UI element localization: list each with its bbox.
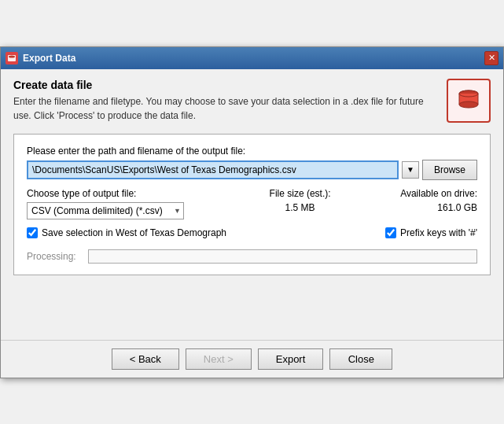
close-footer-button[interactable]: Close [329, 348, 392, 370]
processing-bar [88, 249, 477, 264]
options-row: Choose type of output file: CSV (Comma d… [27, 188, 477, 219]
database-icon [447, 79, 491, 123]
close-button[interactable]: ✕ [484, 51, 498, 65]
export-data-window: Export Data ✕ Create data file Enter the… [0, 46, 504, 378]
prefix-keys-label: Prefix keys with '#' [400, 227, 477, 238]
path-label: Please enter the path and filename of th… [27, 146, 477, 157]
save-selection-label: Save selection in West of Texas Demograp… [42, 227, 226, 238]
file-type-col: Choose type of output file: CSV (Comma d… [27, 188, 184, 219]
title-bar-left: Export Data [6, 52, 75, 65]
prefix-keys-checkbox[interactable] [385, 227, 396, 238]
header-title: Create data file [13, 79, 439, 91]
window-icon [6, 52, 18, 65]
next-button[interactable]: Next > [186, 348, 252, 370]
path-dropdown-button[interactable]: ▼ [402, 161, 419, 179]
path-input[interactable] [27, 160, 399, 179]
header-text: Create data file Enter the filename and … [13, 79, 439, 123]
processing-row: Processing: [27, 249, 477, 264]
file-size-value: 1.5 MB [200, 202, 400, 213]
available-col: Available on drive: 161.0 GB [400, 188, 477, 213]
file-type-label: Choose type of output file: [27, 188, 184, 199]
available-value: 161.0 GB [400, 202, 477, 213]
back-button[interactable]: < Back [112, 348, 179, 370]
export-button[interactable]: Export [258, 348, 324, 370]
path-section: Please enter the path and filename of th… [27, 146, 477, 180]
save-selection-checkbox-item: Save selection in West of Texas Demograp… [27, 227, 226, 238]
file-size-col: File size (est.): 1.5 MB [184, 188, 400, 213]
path-row: ▼ Browse [27, 160, 477, 180]
spacer [13, 283, 491, 330]
svg-point-4 [459, 101, 478, 108]
window-title: Export Data [23, 53, 75, 64]
svg-point-1 [9, 55, 15, 57]
checkboxes-row: Save selection in West of Texas Demograp… [27, 227, 477, 238]
header-section: Create data file Enter the filename and … [13, 79, 491, 123]
file-size-label: File size (est.): [200, 188, 400, 199]
main-panel: Please enter the path and filename of th… [13, 134, 491, 275]
footer: < Back Next > Export Close [1, 340, 503, 378]
file-type-select[interactable]: CSV (Comma delimited) (*.csv) [27, 202, 184, 219]
available-label: Available on drive: [400, 188, 477, 199]
file-type-select-wrapper: CSV (Comma delimited) (*.csv) [27, 202, 184, 219]
header-description: Enter the filename and filetype. You may… [13, 94, 439, 123]
browse-button[interactable]: Browse [422, 160, 477, 180]
window-body: Create data file Enter the filename and … [1, 69, 503, 340]
title-bar: Export Data ✕ [1, 47, 503, 69]
processing-label: Processing: [27, 251, 82, 262]
save-selection-checkbox[interactable] [27, 227, 38, 238]
prefix-keys-checkbox-item: Prefix keys with '#' [385, 227, 477, 238]
